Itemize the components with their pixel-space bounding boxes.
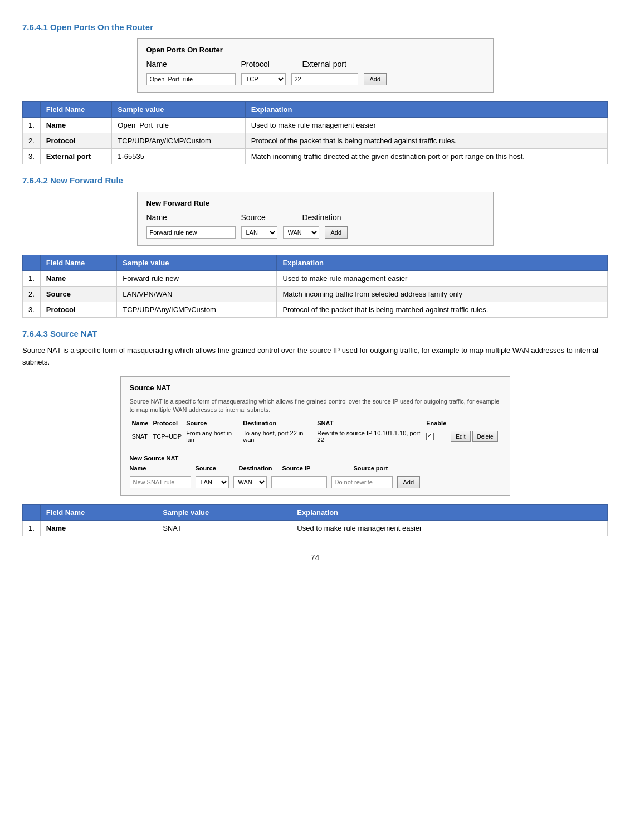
row-num: 2. [23,287,41,302]
section-heading-1: 7.6.4.1 Open Ports On the Router [22,22,608,32]
explanation-cell: Protocol of the packet that is being mat… [277,302,608,318]
fr-name-input[interactable] [146,226,236,239]
th3-field-name: Field Name [40,505,157,521]
delete-button[interactable]: Delete [472,431,499,442]
source-nat-ui-box: Source NAT Source NAT is a specific form… [120,376,510,496]
nth-name: Name [130,419,151,428]
table-row: 1.NameSNATUsed to make rule management e… [23,521,608,536]
add-button-1[interactable]: Add [364,73,387,85]
nat-dest-cell: To any host, port 22 in wan [241,428,315,445]
nat-name-cell: SNAT [130,428,151,445]
explanation-cell: Match incoming traffic from selected add… [277,287,608,302]
new-snat-dest-select[interactable]: WAN [233,476,267,488]
forward-rule-form-row: LAN WAN Add [146,226,484,239]
table-row: 2.ProtocolTCP/UDP/Any/ICMP/CustomProtoco… [23,133,608,149]
fr-col-dest-label: Destination [302,213,380,222]
ns-col-source: Source [196,465,235,472]
new-snat-form-row: LAN WAN Add [130,476,501,488]
new-snat-srcport-input[interactable] [331,476,393,488]
table-row: 3.External port1-65535Match incoming tra… [23,149,608,164]
table-row: 3.ProtocolTCP/UDP/Any/ICMP/CustomProtoco… [23,302,608,318]
nat-source-cell: From any host in lan [184,428,241,445]
fr-dest-select[interactable]: WAN [283,226,319,239]
nth-snat: SNAT [315,419,424,428]
new-source-nat-title: New Source NAT [130,455,501,462]
field-name-cell: Protocol [40,133,111,149]
forward-rule-ui-box: New Forward Rule Name Source Destination… [137,192,494,246]
new-snat-add-button[interactable]: Add [397,476,421,488]
table-header-row: Field Name Sample value Explanation [23,102,608,118]
external-port-input[interactable] [291,73,358,85]
section-heading-2: 7.6.4.2 New Forward Rule [22,176,608,185]
open-ports-ui-box: Open Ports On Router Name Protocol Exter… [137,38,494,93]
th3-explanation: Explanation [291,505,608,521]
field-name-cell: External port [40,149,111,164]
nat-protocol-cell: TCP+UDP [150,428,184,445]
col-extport-label: External port [302,60,380,69]
nth-source: Source [184,419,241,428]
source-nat-table: Field Name Sample value Explanation 1.Na… [22,504,608,536]
nat-table-header: Name Protocol Source Destination SNAT En… [130,419,501,428]
fr-col-name-label: Name [146,213,236,222]
nth-enable: Enable [424,419,448,428]
field-name-cell: Name [40,521,157,536]
open-ports-ui-title: Open Ports On Router [146,46,484,54]
sample-val-cell: TCP/UDP/Any/ICMP/Custom [112,133,245,149]
row-num: 1. [23,521,41,536]
section-heading-3: 7.6.4.3 Source NAT [22,329,608,338]
explanation-cell: Match incoming traffic directed at the g… [245,149,607,164]
source-nat-ui-title: Source NAT [130,383,501,392]
row-num: 2. [23,133,41,149]
nat-entries-table: Name Protocol Source Destination SNAT En… [130,419,501,445]
ns-col-srcport: Source port [354,465,421,472]
col-protocol-label: Protocol [241,60,297,69]
row-num: 1. [23,118,41,133]
fr-source-select[interactable]: LAN [241,226,277,239]
th-sample-value-1: Sample value [112,102,245,118]
enable-checkbox[interactable] [426,433,434,440]
sample-val-cell: SNAT [157,521,291,536]
field-name-cell: Name [40,271,117,287]
th-explanation-1: Explanation [245,102,607,118]
row-num: 3. [23,302,41,318]
forward-rule-table: Field Name Sample value Explanation 1.Na… [22,255,608,318]
th-empty [23,102,41,118]
new-snat-name-input[interactable] [130,476,191,488]
name-input[interactable] [146,73,236,85]
sample-val-cell: Open_Port_rule [112,118,245,133]
th2-empty [23,255,41,271]
nat-divider [130,450,501,450]
edit-button[interactable]: Edit [451,431,470,442]
field-name-cell: Protocol [40,302,117,318]
source-nat-ui-subtitle: Source NAT is a specific form of masquer… [130,397,501,415]
nth-destination: Destination [241,419,315,428]
sample-val-cell: TCP/UDP/Any/ICMP/Custom [117,302,277,318]
ns-col-dest: Destination [239,465,278,472]
protocol-select[interactable]: TCP [241,73,286,85]
explanation-cell: Used to make rule management easier [277,271,608,287]
th-field-name-1: Field Name [40,102,111,118]
nat-snat-cell: Rewrite to source IP 10.101.1.10, port 2… [315,428,424,445]
field-name-cell: Name [40,118,111,133]
ns-col-name: Name [130,465,191,472]
nth-actions [448,419,500,428]
new-snat-srcip-input[interactable] [271,476,327,488]
explanation-cell: Protocol of the packet that is being mat… [245,133,607,149]
th3-empty [23,505,41,521]
th2-field-name: Field Name [40,255,117,271]
row-num: 1. [23,271,41,287]
table2-header-row: Field Name Sample value Explanation [23,255,608,271]
open-ports-table: Field Name Sample value Explanation 1.Na… [22,101,608,164]
sample-val-cell: 1-65535 [112,149,245,164]
fr-col-source-label: Source [241,213,297,222]
sample-val-cell: Forward rule new [117,271,277,287]
th2-explanation: Explanation [277,255,608,271]
th3-sample-value: Sample value [157,505,291,521]
new-snat-header-row: Name Source Destination Source IP Source… [130,465,501,472]
add-button-2[interactable]: Add [325,226,348,239]
th2-sample-value: Sample value [117,255,277,271]
nat-table-row: SNAT TCP+UDP From any host in lan To any… [130,428,501,445]
open-ports-form-row: TCP Add [146,73,484,85]
new-snat-source-select[interactable]: LAN [196,476,229,488]
table3-header-row: Field Name Sample value Explanation [23,505,608,521]
